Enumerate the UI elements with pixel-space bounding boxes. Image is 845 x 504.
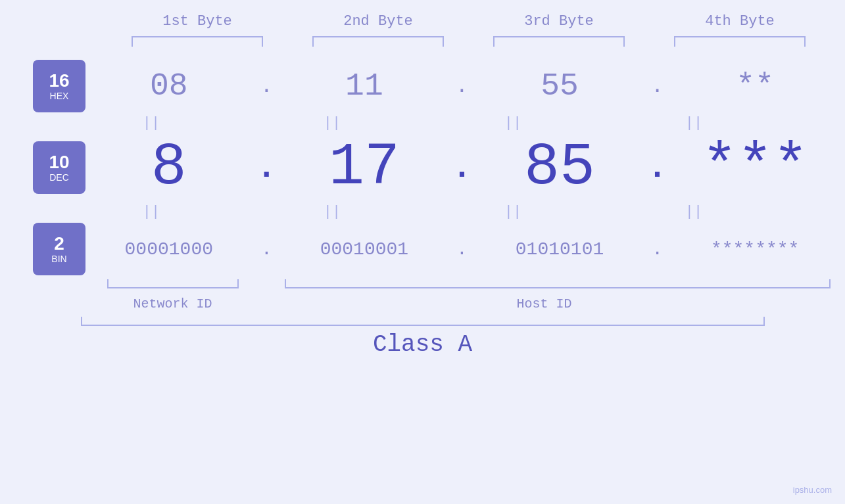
bin-values-row: 00001000 . 00010001 . 01010101 . *******… <box>92 239 832 260</box>
eq-4: || <box>628 115 760 131</box>
id-labels-row: Network ID Host ID <box>107 296 831 311</box>
hex-val-1: 08 <box>103 68 235 104</box>
class-section: Class A <box>81 317 765 358</box>
bottom-section: Network ID Host ID <box>107 279 831 311</box>
dec-badge-label: DEC <box>49 173 69 183</box>
bin-val-3: 01010101 <box>494 239 625 260</box>
top-brackets <box>107 36 831 47</box>
dec-row: 10 DEC 8 . 17 . 85 . *** <box>0 134 845 201</box>
byte-header-4: 4th Byte <box>667 13 812 30</box>
class-label: Class A <box>81 331 765 358</box>
network-bracket <box>107 279 239 288</box>
hex-sep-2: . <box>452 74 471 99</box>
host-id-label: Host ID <box>258 296 831 311</box>
dec-sep-1: . <box>256 149 276 187</box>
equals-row-1: || || || || <box>61 115 785 131</box>
bin-sep-2: . <box>452 239 471 260</box>
dec-badge-number: 10 <box>49 152 69 173</box>
bin-sep-1: . <box>256 239 276 260</box>
bin-badge-label: BIN <box>51 254 66 264</box>
network-id-label: Network ID <box>87 296 258 311</box>
bin-row: 2 BIN 00001000 . 00010001 . 01010101 . *… <box>0 223 845 275</box>
top-bracket-1 <box>132 36 263 47</box>
hex-badge-label: HEX <box>50 91 69 101</box>
dec-values-row: 8 . 17 . 85 . *** <box>92 134 832 201</box>
byte-header-3: 3rd Byte <box>487 13 631 30</box>
eq-7: || <box>447 204 579 220</box>
eq-3: || <box>447 115 579 131</box>
bottom-brackets-row <box>107 279 831 291</box>
byte-headers-row: 1st Byte 2nd Byte 3rd Byte 4th Byte <box>107 13 831 30</box>
host-bracket <box>285 279 831 288</box>
main-container: 1st Byte 2nd Byte 3rd Byte 4th Byte 16 H… <box>0 0 845 504</box>
bin-sep-3: . <box>648 239 667 260</box>
hex-sep-1: . <box>256 74 276 99</box>
byte-header-1: 1st Byte <box>125 13 270 30</box>
bin-val-2: 00010001 <box>299 239 430 260</box>
eq-2: || <box>266 115 398 131</box>
eq-1: || <box>85 115 217 131</box>
dec-val-1: 8 <box>103 134 235 201</box>
dec-sep-3: . <box>648 149 667 187</box>
hex-row: 16 HEX 08 . 11 . 55 . ** <box>0 60 845 112</box>
hex-badge-number: 16 <box>49 71 69 91</box>
bin-badge-number: 2 <box>54 234 64 254</box>
hex-values-row: 08 . 11 . 55 . ** <box>92 68 832 104</box>
hex-badge: 16 HEX <box>33 60 85 112</box>
dec-val-4: *** <box>689 134 821 201</box>
eq-5: || <box>85 204 217 220</box>
equals-row-2: || || || || <box>61 204 785 220</box>
top-bracket-4 <box>674 36 806 47</box>
dec-sep-2: . <box>452 149 471 187</box>
dec-badge: 10 DEC <box>33 141 85 194</box>
hex-val-2: 11 <box>299 68 430 104</box>
top-bracket-2 <box>312 36 444 47</box>
byte-header-2: 2nd Byte <box>306 13 450 30</box>
hex-val-3: 55 <box>494 68 625 104</box>
hex-sep-3: . <box>648 74 667 99</box>
eq-6: || <box>266 204 398 220</box>
bin-badge: 2 BIN <box>33 223 85 275</box>
hex-val-4: ** <box>689 68 821 104</box>
dec-val-2: 17 <box>299 134 430 201</box>
bin-val-1: 00001000 <box>103 239 235 260</box>
dec-val-3: 85 <box>494 134 625 201</box>
top-bracket-3 <box>493 36 625 47</box>
watermark: ipshu.com <box>793 485 832 495</box>
bin-val-4: ******** <box>689 239 821 260</box>
class-bracket <box>81 317 765 326</box>
eq-8: || <box>628 204 760 220</box>
